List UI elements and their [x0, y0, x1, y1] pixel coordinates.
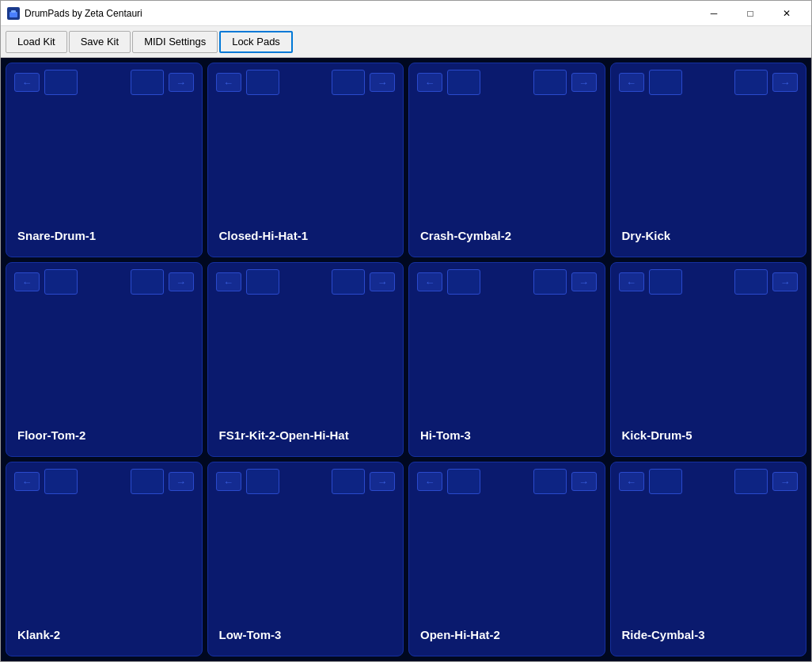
next-arrow-icon[interactable]: → — [370, 272, 395, 291]
arrow-left-area: ← — [417, 70, 480, 95]
arrow-left-area: ← — [216, 269, 279, 295]
folder-icon-left — [649, 70, 682, 95]
next-arrow-icon[interactable]: → — [169, 272, 194, 291]
arrow-left-area: ← — [216, 469, 279, 494]
pad-2[interactable]: ← → Closed-Hi-Hat-1 — [207, 63, 404, 257]
pad-9[interactable]: ← → Klank-2 — [6, 462, 203, 656]
arrow-left-area: ← — [14, 469, 78, 494]
arrow-right-area: → — [734, 70, 798, 95]
next-arrow-icon[interactable]: → — [571, 272, 597, 291]
arrow-right-area: → — [131, 269, 194, 295]
window-controls: ─ □ ✕ — [696, 1, 805, 26]
arrow-left-area: ← — [417, 469, 480, 494]
next-arrow-icon[interactable]: → — [169, 472, 194, 491]
pad-top-controls: ← → — [6, 462, 202, 497]
folder-icon-left — [246, 469, 279, 494]
prev-arrow-icon[interactable]: ← — [14, 272, 40, 291]
pad-top-controls: ← → — [611, 462, 806, 497]
folder-icon-right — [131, 70, 164, 95]
midi-settings-button[interactable]: MIDI Settings — [132, 31, 218, 53]
arrow-right-area: → — [332, 70, 395, 95]
folder-icon-right — [734, 469, 768, 494]
folder-icon-left — [246, 70, 279, 95]
pad-4[interactable]: ← → Dry-Kick — [610, 63, 807, 257]
prev-arrow-icon[interactable]: ← — [216, 472, 241, 491]
prev-arrow-icon[interactable]: ← — [14, 472, 40, 491]
pad-grid: ← → Snare-Drum-1 ← → Clos — [1, 58, 811, 661]
folder-icon-left — [649, 469, 682, 494]
pad-3[interactable]: ← → Crash-Cymbal-2 — [408, 63, 605, 257]
arrow-right-area: → — [131, 469, 194, 494]
folder-icon-left — [246, 269, 279, 295]
load-kit-button[interactable]: Load Kit — [6, 31, 67, 53]
folder-icon-right — [131, 269, 164, 295]
save-kit-button[interactable]: Save Kit — [69, 31, 131, 53]
pad-label: Snare-Drum-1 — [17, 229, 96, 242]
pad-label: Closed-Hi-Hat-1 — [219, 229, 309, 242]
pad-label: Hi-Tom-3 — [420, 428, 471, 442]
pad-5[interactable]: ← → Floor-Tom-2 — [6, 262, 203, 457]
arrow-right-area: → — [131, 70, 194, 95]
folder-icon-right — [533, 269, 567, 295]
pad-top-controls: ← → — [409, 462, 605, 497]
pad-12[interactable]: ← → Ride-Cymbal-3 — [610, 462, 807, 656]
window-title: DrumPads by Zeta Centauri — [25, 8, 696, 19]
prev-arrow-icon[interactable]: ← — [216, 272, 241, 291]
folder-icon-left — [447, 269, 480, 295]
pad-label: Crash-Cymbal-2 — [420, 229, 511, 242]
pad-label: Ride-Cymbal-3 — [622, 628, 705, 641]
minimize-button[interactable]: ─ — [696, 1, 732, 26]
prev-arrow-icon[interactable]: ← — [417, 472, 442, 491]
folder-icon-right — [533, 70, 567, 95]
folder-icon-left — [44, 70, 78, 95]
prev-arrow-icon[interactable]: ← — [619, 272, 644, 291]
arrow-left-area: ← — [216, 70, 279, 95]
lock-pads-button[interactable]: Lock Pads — [219, 31, 293, 53]
pad-8[interactable]: ← → Kick-Drum-5 — [610, 262, 807, 457]
arrow-left-area: ← — [14, 269, 78, 295]
folder-icon-left — [44, 269, 78, 295]
folder-icon-right — [734, 269, 768, 295]
prev-arrow-icon[interactable]: ← — [417, 272, 442, 291]
prev-arrow-icon[interactable]: ← — [216, 73, 241, 92]
pad-top-controls: ← → — [409, 63, 605, 98]
maximize-button[interactable]: □ — [732, 1, 768, 26]
prev-arrow-icon[interactable]: ← — [619, 73, 644, 92]
title-bar: DrumPads by Zeta Centauri ─ □ ✕ — [1, 1, 811, 26]
pad-6[interactable]: ← → FS1r-Kit-2-Open-Hi-Hat — [207, 262, 404, 457]
next-arrow-icon[interactable]: → — [772, 73, 798, 92]
arrow-right-area: → — [533, 269, 597, 295]
pad-top-controls: ← → — [409, 263, 605, 298]
next-arrow-icon[interactable]: → — [571, 73, 597, 92]
next-arrow-icon[interactable]: → — [772, 272, 798, 291]
folder-icon-right — [734, 70, 768, 95]
toolbar: Load Kit Save Kit MIDI Settings Lock Pad… — [1, 26, 811, 58]
pad-10[interactable]: ← → Low-Tom-3 — [207, 462, 404, 656]
pad-1[interactable]: ← → Snare-Drum-1 — [6, 63, 203, 257]
next-arrow-icon[interactable]: → — [370, 472, 395, 491]
pad-11[interactable]: ← → Open-Hi-Hat-2 — [408, 462, 605, 656]
next-arrow-icon[interactable]: → — [169, 73, 194, 92]
pad-label: Floor-Tom-2 — [17, 428, 85, 442]
arrow-left-area: ← — [417, 269, 480, 295]
arrow-right-area: → — [734, 469, 798, 494]
app-icon — [7, 7, 20, 20]
arrow-right-area: → — [533, 70, 597, 95]
prev-arrow-icon[interactable]: ← — [619, 472, 644, 491]
prev-arrow-icon[interactable]: ← — [417, 73, 442, 92]
folder-icon-left — [44, 469, 78, 494]
arrow-left-area: ← — [619, 70, 682, 95]
next-arrow-icon[interactable]: → — [571, 472, 597, 491]
prev-arrow-icon[interactable]: ← — [14, 73, 40, 92]
pad-top-controls: ← → — [208, 263, 404, 298]
close-button[interactable]: ✕ — [768, 1, 805, 26]
folder-icon-left — [447, 469, 480, 494]
folder-icon-right — [332, 469, 365, 494]
pad-label: Low-Tom-3 — [219, 628, 282, 641]
arrow-left-area: ← — [619, 469, 682, 494]
arrow-right-area: → — [533, 469, 597, 494]
next-arrow-icon[interactable]: → — [370, 73, 395, 92]
next-arrow-icon[interactable]: → — [772, 472, 798, 491]
pad-label: Open-Hi-Hat-2 — [420, 628, 500, 641]
pad-7[interactable]: ← → Hi-Tom-3 — [408, 262, 605, 457]
